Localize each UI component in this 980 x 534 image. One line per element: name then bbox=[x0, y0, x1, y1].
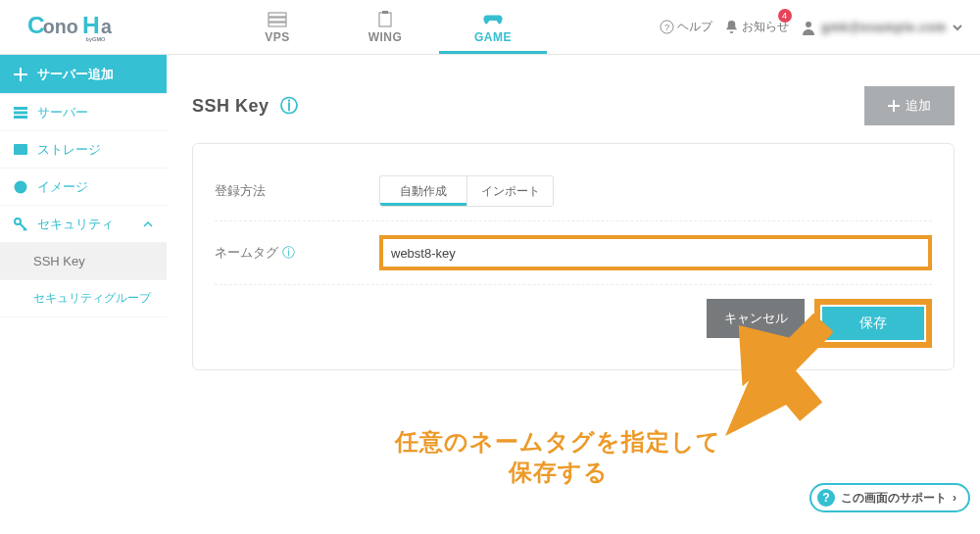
top-header: C ono H a byGMO VPS WING GAME bbox=[0, 0, 980, 55]
nametag-label: ネームタグ ⓘ bbox=[215, 244, 379, 262]
chevron-down-icon bbox=[953, 23, 962, 32]
notifications[interactable]: 4 お知らせ bbox=[724, 19, 789, 35]
tab-game[interactable]: GAME bbox=[439, 0, 547, 54]
svg-rect-8 bbox=[379, 13, 391, 26]
sidebar-sub-sshkey[interactable]: SSH Key bbox=[0, 243, 167, 280]
svg-rect-5 bbox=[269, 13, 286, 17]
sidebar-item-label: イメージ bbox=[37, 178, 88, 196]
svg-rect-9 bbox=[382, 11, 388, 14]
logo[interactable]: C ono H a byGMO bbox=[27, 10, 165, 45]
page-title-text: SSH Key bbox=[192, 96, 270, 116]
reg-method-label: 登録方法 bbox=[215, 182, 379, 200]
sidebar-item-label: ストレージ bbox=[37, 141, 101, 159]
svg-text:?: ? bbox=[663, 23, 668, 32]
notify-badge: 4 bbox=[778, 9, 792, 23]
svg-text:ono: ono bbox=[43, 15, 78, 36]
save-button[interactable]: 保存 bbox=[820, 305, 926, 342]
plus-icon bbox=[888, 100, 900, 112]
tab-wing[interactable]: WING bbox=[331, 0, 439, 54]
svg-rect-16 bbox=[14, 146, 27, 155]
help-circle-icon[interactable]: ⓘ bbox=[280, 96, 299, 116]
tab-vps[interactable]: VPS bbox=[223, 0, 331, 54]
sidebar-add-server[interactable]: サーバー追加 bbox=[0, 55, 167, 94]
tab-game-label: GAME bbox=[474, 30, 512, 44]
user-icon bbox=[801, 20, 816, 35]
server-stack-icon bbox=[268, 11, 287, 28]
svg-text:C: C bbox=[27, 11, 45, 37]
sidebar-item-security[interactable]: セキュリティ bbox=[0, 206, 167, 243]
add-button-label: 追加 bbox=[906, 97, 931, 115]
svg-point-12 bbox=[806, 22, 811, 27]
key-icon bbox=[14, 218, 27, 231]
help-label: ヘルプ bbox=[677, 19, 712, 35]
svg-rect-7 bbox=[269, 23, 286, 26]
row-nametag: ネームタグ ⓘ bbox=[215, 221, 932, 285]
help-link[interactable]: ? ヘルプ bbox=[660, 19, 712, 35]
plus-icon bbox=[14, 68, 27, 81]
svg-rect-13 bbox=[14, 107, 27, 110]
bell-icon bbox=[724, 20, 739, 34]
header-right: ? ヘルプ 4 お知らせ gmk@example.com bbox=[660, 19, 962, 35]
page-title-row: SSH Key ⓘ 追加 bbox=[192, 86, 955, 125]
nametag-highlight bbox=[379, 235, 932, 270]
sidebar-item-label: セキュリティ bbox=[37, 216, 114, 233]
conoha-logo-icon: C ono H a byGMO bbox=[27, 10, 165, 45]
annotation-text: 任意のネームタグを指定して 保存する bbox=[395, 426, 721, 487]
tab-auto[interactable]: 自動作成 bbox=[380, 176, 466, 206]
support-label: この画面のサポート bbox=[841, 490, 947, 507]
user-name: gmk@example.com bbox=[822, 21, 947, 34]
storage-icon bbox=[14, 144, 27, 156]
top-nav: VPS WING GAME bbox=[223, 0, 547, 54]
sidebar-item-image[interactable]: イメージ bbox=[0, 169, 167, 206]
user-menu[interactable]: gmk@example.com bbox=[801, 20, 962, 35]
annotation-line2: 保存する bbox=[509, 459, 609, 485]
svg-text:a: a bbox=[101, 15, 113, 36]
wing-icon bbox=[375, 11, 395, 28]
tab-wing-label: WING bbox=[368, 30, 403, 44]
svg-rect-6 bbox=[269, 18, 286, 22]
sidebar-sub-label: セキュリティグループ bbox=[33, 290, 151, 307]
sidebar-item-server[interactable]: サーバー bbox=[0, 94, 167, 131]
chevron-right-icon: › bbox=[953, 491, 956, 505]
chevron-up-icon bbox=[143, 219, 153, 229]
tab-vps-label: VPS bbox=[265, 30, 290, 44]
help-circle-icon: ? bbox=[817, 489, 835, 507]
sidebar: サーバー追加 サーバー ストレージ イメージ セキュリティ SSH Key セキ… bbox=[0, 55, 167, 534]
form-panel: 登録方法 自動作成 インポート ネームタグ ⓘ キャンセル 保存 bbox=[192, 143, 955, 370]
tab-import[interactable]: インポート bbox=[466, 176, 553, 206]
reg-method-tabs: 自動作成 インポート bbox=[379, 175, 554, 207]
svg-text:byGMO: byGMO bbox=[86, 35, 107, 41]
add-button[interactable]: 追加 bbox=[864, 86, 955, 125]
sidebar-sub-secgroup[interactable]: セキュリティグループ bbox=[0, 280, 167, 317]
support-button[interactable]: ? この画面のサポート › bbox=[809, 483, 970, 512]
annotation-line1: 任意のネームタグを指定して bbox=[395, 428, 721, 455]
svg-text:H: H bbox=[82, 11, 100, 37]
annotation-arrow-icon bbox=[715, 304, 833, 441]
svg-rect-15 bbox=[14, 116, 27, 119]
help-circle-icon[interactable]: ⓘ bbox=[282, 245, 295, 260]
svg-rect-14 bbox=[14, 111, 27, 114]
sidebar-sub-label: SSH Key bbox=[33, 254, 85, 268]
sidebar-add-server-label: サーバー追加 bbox=[37, 66, 114, 83]
globe-icon bbox=[14, 180, 27, 194]
page-title: SSH Key ⓘ bbox=[192, 94, 298, 118]
svg-rect-17 bbox=[14, 144, 27, 147]
sidebar-item-label: サーバー bbox=[37, 104, 88, 121]
row-reg-method: 登録方法 自動作成 インポート bbox=[215, 162, 932, 221]
nametag-label-text: ネームタグ bbox=[215, 245, 278, 260]
nametag-input[interactable] bbox=[383, 239, 928, 267]
sidebar-item-storage[interactable]: ストレージ bbox=[0, 131, 167, 169]
server-icon bbox=[14, 107, 27, 119]
help-circle-icon: ? bbox=[660, 20, 674, 34]
svg-point-18 bbox=[15, 180, 27, 193]
gamepad-icon bbox=[483, 11, 503, 28]
